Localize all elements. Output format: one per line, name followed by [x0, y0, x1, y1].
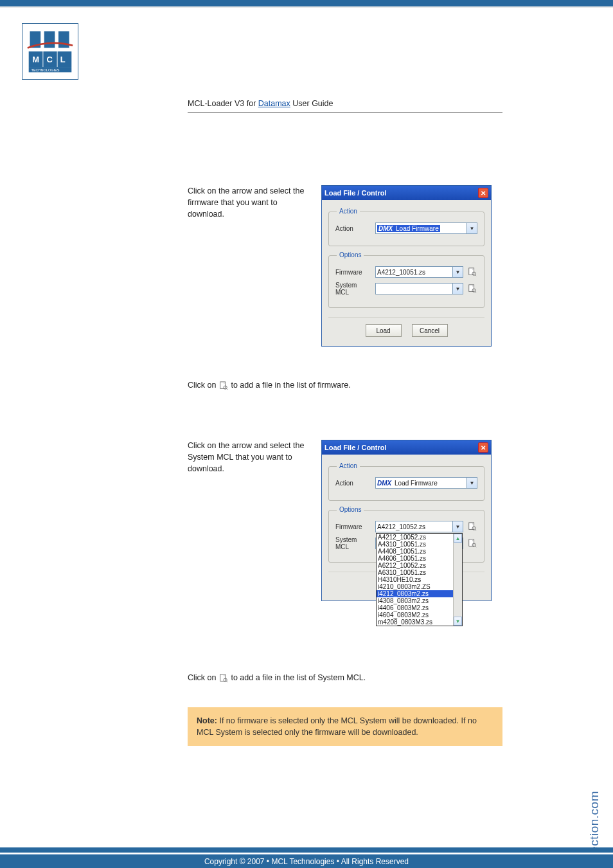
page: M C L TECHNOLOGIES MCL-Loader V3 for Dat…	[0, 0, 613, 868]
groupbox-action-legend: Action	[337, 208, 360, 215]
mcl-logo: M C L TECHNOLOGIES	[22, 23, 78, 80]
svg-text:TECHNOLOGIES: TECHNOLOGIES	[31, 68, 59, 72]
dialog-load-file-1: Load File / Control ✕ Action Action DMX …	[321, 185, 492, 347]
dropdown-item[interactable]: A4606_10051.zs	[377, 555, 462, 562]
note-box: Note: If no firmware is selected only th…	[188, 707, 502, 746]
load-button[interactable]: Load	[366, 324, 402, 337]
action-combo[interactable]: DMX Load Firmware ▼	[375, 477, 477, 489]
close-icon[interactable]: ✕	[478, 188, 488, 198]
svg-line-19	[226, 388, 227, 390]
label-action: Action	[335, 480, 371, 487]
header-prefix: MCL-Loader V3 for	[188, 99, 258, 108]
action-combo[interactable]: DMX Load Firmware ▼	[375, 222, 477, 234]
dropdown-item[interactable]: A6212_10052.zs	[377, 562, 462, 569]
label-system-mcl: System MCL	[335, 536, 371, 550]
dropdown-item[interactable]: i4212_0803m2.zs	[377, 590, 462, 597]
action-prefix: DMX	[377, 480, 391, 487]
section1-browse-sentence: Click on to add a file in the list of fi…	[188, 379, 502, 391]
section1-intro: Click on the arrow and select the firmwa…	[188, 185, 310, 220]
dialog-button-row: Load Cancel	[328, 317, 484, 337]
scroll-down-icon[interactable]: ▼	[454, 617, 462, 626]
firmware-combo[interactable]: A4212_10051.zs ▼	[375, 266, 463, 278]
svg-line-13	[475, 275, 476, 276]
svg-line-25	[475, 546, 476, 547]
browse-prefix: Click on	[188, 673, 218, 682]
top-bar	[0, 0, 613, 6]
action-prefix: DMX	[378, 225, 393, 232]
browse-icon[interactable]	[467, 521, 477, 532]
header-suffix: User Guide	[290, 99, 333, 108]
chevron-down-icon[interactable]: ▼	[452, 267, 463, 277]
cancel-button[interactable]: Cancel	[412, 324, 448, 337]
dropdown-item[interactable]: i4604_0803M2.zs	[377, 611, 462, 619]
top-bar-divider	[0, 6, 613, 8]
section2-browse-sentence: Click on to add a file in the list of Sy…	[188, 672, 502, 683]
svg-rect-2	[58, 32, 69, 48]
label-system-mcl: System MCL	[335, 282, 371, 296]
firmware-value: A4212_10052.zs	[377, 523, 425, 530]
chevron-down-icon[interactable]: ▼	[452, 521, 463, 532]
mcl-logo-svg: M C L TECHNOLOGIES	[26, 28, 74, 75]
header-link-datamax[interactable]: Datamax	[258, 99, 290, 108]
groupbox-options-legend: Options	[337, 251, 364, 258]
svg-text:M: M	[32, 55, 39, 64]
dropdown-item[interactable]: i4210_0803m2.ZS	[377, 583, 462, 590]
label-firmware: Firmware	[335, 523, 371, 530]
svg-text:L: L	[60, 55, 66, 64]
dialog-title-text: Load File / Control	[324, 444, 387, 451]
note-text: If no firmware is selected only the MCL …	[197, 716, 477, 737]
dropdown-item[interactable]: H4310HE10.zs	[377, 576, 462, 583]
groupbox-options-legend: Options	[337, 506, 364, 513]
svg-line-28	[226, 681, 227, 682]
firmware-combo-open[interactable]: A4212_10052.zs ▼ ▲ ▼ A4212_10052.zsA4310…	[375, 521, 463, 532]
browse-icon	[218, 673, 229, 683]
chevron-down-icon[interactable]: ▼	[452, 284, 463, 294]
dropdown-item[interactable]: i4308_0803m2.zs	[377, 597, 462, 604]
dialog-titlebar: Load File / Control ✕	[322, 440, 491, 455]
svg-line-16	[475, 291, 476, 293]
browse-prefix: Click on	[188, 381, 218, 390]
action-value: Load Firmware	[395, 480, 438, 487]
close-icon[interactable]: ✕	[478, 442, 488, 453]
groupbox-options: Options Firmware A4212_10052.zs ▼ ▲ ▼	[328, 510, 484, 563]
chevron-down-icon[interactable]: ▼	[466, 478, 477, 488]
groupbox-action: Action Action DMX Load Firmware ▼	[328, 212, 484, 246]
footer: Copyright © 2007 • MCL Technologies • Al…	[0, 847, 613, 868]
groupbox-action-legend: Action	[337, 462, 360, 469]
svg-text:C: C	[46, 55, 52, 64]
browse-icon[interactable]	[467, 284, 477, 294]
browse-suffix: to add a file in the list of firmware.	[231, 381, 350, 390]
footer-text: Copyright © 2007 • MCL Technologies • Al…	[204, 857, 409, 866]
svg-rect-1	[44, 32, 55, 48]
dialog-title-text: Load File / Control	[324, 189, 387, 197]
dropdown-item[interactable]: m4208_0803M3.zs	[377, 619, 462, 626]
dropdown-item[interactable]: A4212_10052.zs	[377, 534, 462, 541]
browse-icon[interactable]	[467, 538, 477, 548]
label-action: Action	[335, 225, 371, 232]
document-header: MCL-Loader V3 for Datamax User Guide	[188, 99, 333, 108]
dropdown-item[interactable]: i4406_0803M2.zs	[377, 604, 462, 611]
dropdown-item[interactable]: A4310_10051.zs	[377, 541, 462, 548]
groupbox-options: Options Firmware A4212_10051.zs ▼ System…	[328, 255, 484, 308]
browse-suffix: to add a file in the list of System MCL.	[231, 673, 366, 682]
dialog-titlebar: Load File / Control ✕	[322, 186, 491, 200]
firmware-dropdown-list[interactable]: ▲ ▼ A4212_10052.zsA4310_10051.zsA4408_10…	[376, 533, 463, 626]
browse-icon	[218, 381, 229, 391]
label-firmware: Firmware	[335, 269, 371, 276]
groupbox-action: Action Action DMX Load Firmware ▼	[328, 466, 484, 501]
system-mcl-combo[interactable]: ▼	[375, 283, 463, 294]
footer-bar-top	[0, 847, 613, 853]
svg-line-22	[475, 529, 476, 530]
firmware-value: A4212_10051.zs	[377, 269, 425, 276]
chevron-down-icon[interactable]: ▼	[466, 223, 477, 233]
section2-intro: Click on the arrow and select the System…	[188, 440, 310, 475]
header-rule	[188, 113, 502, 113]
dropdown-item[interactable]: A6310_10051.zs	[377, 569, 462, 576]
dropdown-item[interactable]: A4408_10051.zs	[377, 548, 462, 555]
note-label: Note:	[197, 716, 219, 725]
scroll-up-icon[interactable]: ▲	[454, 534, 462, 543]
dialog-load-file-2: Load File / Control ✕ Action Action DMX …	[321, 440, 492, 601]
action-value: Load Firmware	[396, 225, 439, 232]
scrollbar[interactable]: ▲ ▼	[453, 534, 462, 626]
browse-icon[interactable]	[467, 267, 477, 277]
